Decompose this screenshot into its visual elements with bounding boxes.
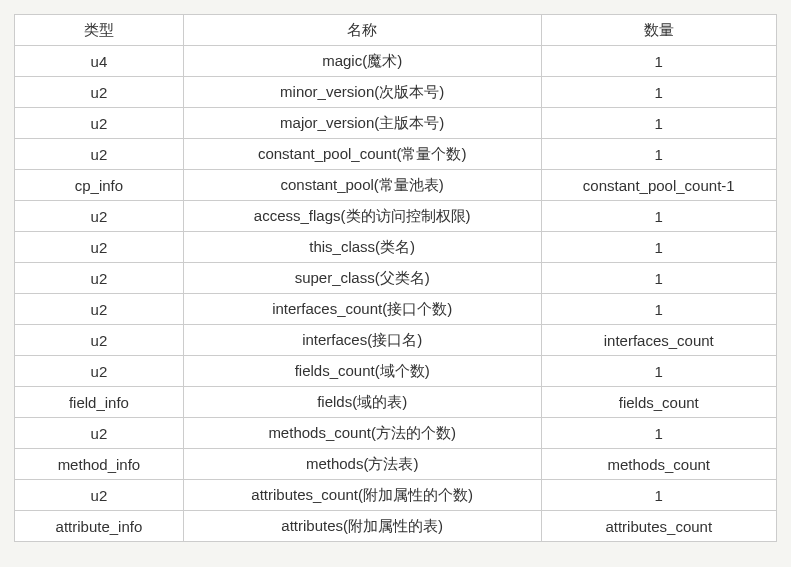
cell-quantity: 1 — [541, 418, 777, 449]
cell-type: u2 — [15, 294, 184, 325]
cell-type: u2 — [15, 201, 184, 232]
cell-type: method_info — [15, 449, 184, 480]
table-row: u2constant_pool_count(常量个数)1 — [15, 139, 777, 170]
cell-quantity: 1 — [541, 201, 777, 232]
cell-quantity: 1 — [541, 139, 777, 170]
table-row: u2major_version(主版本号)1 — [15, 108, 777, 139]
cell-quantity: 1 — [541, 263, 777, 294]
cell-quantity: 1 — [541, 108, 777, 139]
cell-name: this_class(类名) — [183, 232, 541, 263]
cell-quantity: 1 — [541, 46, 777, 77]
cell-quantity: 1 — [541, 356, 777, 387]
cell-type: u4 — [15, 46, 184, 77]
cell-type: u2 — [15, 263, 184, 294]
cell-name: constant_pool_count(常量个数) — [183, 139, 541, 170]
cell-name: magic(魔术) — [183, 46, 541, 77]
cell-name: attributes_count(附加属性的个数) — [183, 480, 541, 511]
cell-name: access_flags(类的访问控制权限) — [183, 201, 541, 232]
cell-type: u2 — [15, 139, 184, 170]
cell-name: fields_count(域个数) — [183, 356, 541, 387]
cell-type: u2 — [15, 418, 184, 449]
header-quantity: 数量 — [541, 15, 777, 46]
cell-type: cp_info — [15, 170, 184, 201]
table-row: method_infomethods(方法表)methods_count — [15, 449, 777, 480]
cell-type: attribute_info — [15, 511, 184, 542]
table-row: field_infofields(域的表)fields_count — [15, 387, 777, 418]
cell-type: u2 — [15, 108, 184, 139]
cell-type: u2 — [15, 325, 184, 356]
cell-name: minor_version(次版本号) — [183, 77, 541, 108]
cell-name: methods(方法表) — [183, 449, 541, 480]
cell-quantity: interfaces_count — [541, 325, 777, 356]
table-row: u2super_class(父类名)1 — [15, 263, 777, 294]
cell-name: fields(域的表) — [183, 387, 541, 418]
table-row: u2methods_count(方法的个数)1 — [15, 418, 777, 449]
cell-type: field_info — [15, 387, 184, 418]
cell-name: major_version(主版本号) — [183, 108, 541, 139]
table-row: u2access_flags(类的访问控制权限)1 — [15, 201, 777, 232]
header-name: 名称 — [183, 15, 541, 46]
table-row: u2interfaces(接口名)interfaces_count — [15, 325, 777, 356]
table-row: u2this_class(类名)1 — [15, 232, 777, 263]
cell-quantity: methods_count — [541, 449, 777, 480]
header-type: 类型 — [15, 15, 184, 46]
cell-quantity: 1 — [541, 232, 777, 263]
table-header-row: 类型 名称 数量 — [15, 15, 777, 46]
table-row: u2minor_version(次版本号)1 — [15, 77, 777, 108]
table-row: u2interfaces_count(接口个数)1 — [15, 294, 777, 325]
cell-quantity: 1 — [541, 77, 777, 108]
cell-type: u2 — [15, 232, 184, 263]
cell-name: interfaces_count(接口个数) — [183, 294, 541, 325]
table-row: u2fields_count(域个数)1 — [15, 356, 777, 387]
cell-name: interfaces(接口名) — [183, 325, 541, 356]
table-body: u4magic(魔术)1u2minor_version(次版本号)1u2majo… — [15, 46, 777, 542]
cell-quantity: constant_pool_count-1 — [541, 170, 777, 201]
table-row: attribute_infoattributes(附加属性的表)attribut… — [15, 511, 777, 542]
class-file-structure-table: 类型 名称 数量 u4magic(魔术)1u2minor_version(次版本… — [14, 14, 777, 542]
cell-name: super_class(父类名) — [183, 263, 541, 294]
table-row: u4magic(魔术)1 — [15, 46, 777, 77]
cell-quantity: attributes_count — [541, 511, 777, 542]
cell-name: attributes(附加属性的表) — [183, 511, 541, 542]
cell-type: u2 — [15, 77, 184, 108]
cell-type: u2 — [15, 356, 184, 387]
table-row: u2attributes_count(附加属性的个数)1 — [15, 480, 777, 511]
cell-name: constant_pool(常量池表) — [183, 170, 541, 201]
cell-type: u2 — [15, 480, 184, 511]
cell-quantity: 1 — [541, 480, 777, 511]
cell-quantity: fields_count — [541, 387, 777, 418]
cell-quantity: 1 — [541, 294, 777, 325]
table-row: cp_infoconstant_pool(常量池表)constant_pool_… — [15, 170, 777, 201]
cell-name: methods_count(方法的个数) — [183, 418, 541, 449]
